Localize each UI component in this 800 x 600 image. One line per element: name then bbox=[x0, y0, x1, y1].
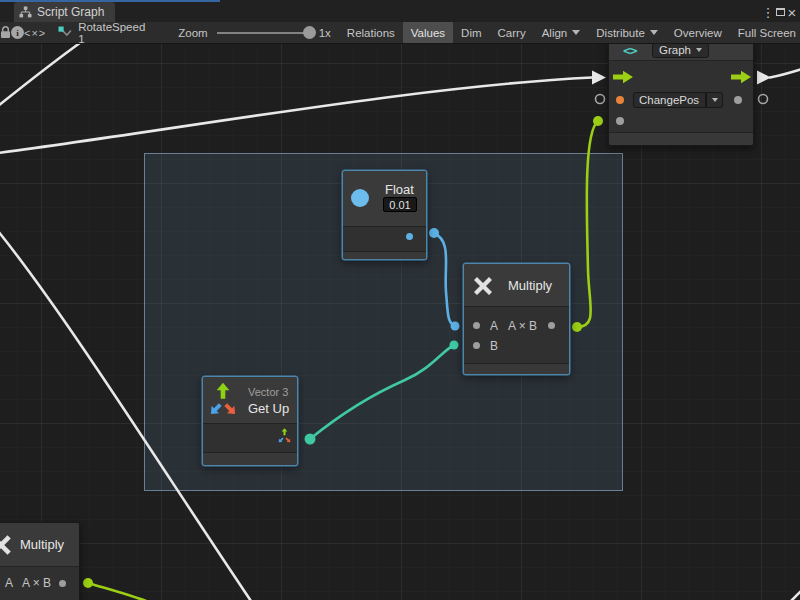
flow-input-arrow-icon[interactable] bbox=[613, 70, 634, 84]
code-icon: <×> bbox=[24, 27, 46, 39]
toolbar-button-dim[interactable]: Dim bbox=[453, 22, 489, 43]
toolbar-button-align[interactable]: Align bbox=[534, 22, 589, 43]
multiply-output-port[interactable] bbox=[548, 322, 555, 329]
chevron-down-icon bbox=[650, 30, 658, 35]
zoom-control: Zoom 1x bbox=[178, 22, 331, 43]
unconnected-port-circle[interactable] bbox=[759, 95, 768, 104]
changepos-selector-label: ChangePos bbox=[639, 94, 699, 106]
value-wire-multiply2-out[interactable] bbox=[88, 583, 146, 600]
changepos-selector-field[interactable]: ChangePos bbox=[633, 92, 706, 108]
event-output-port[interactable] bbox=[734, 96, 742, 104]
info-button[interactable]: i bbox=[11, 22, 24, 43]
toolbar-button-distribute[interactable]: Distribute bbox=[588, 22, 666, 43]
multiply-node-footer bbox=[464, 363, 569, 374]
wire-knob[interactable] bbox=[83, 578, 93, 588]
float-node-footer bbox=[343, 251, 426, 259]
graph-canvas[interactable]: <> Graph ChangePos bbox=[0, 0, 800, 600]
toolbar-button-overview[interactable]: Overview bbox=[666, 22, 730, 43]
wire-white-corner-fragment[interactable] bbox=[791, 591, 800, 600]
window-menu-icon[interactable]: ⋮ bbox=[762, 2, 774, 22]
graph-dropdown-label: Graph bbox=[659, 44, 691, 56]
graph-toolbar: i <×> RotateSpeed 1 Zoom 1x Relations Va… bbox=[0, 22, 800, 44]
vector3-node-header[interactable]: Vector 3 Get Up bbox=[203, 377, 297, 424]
multiply2-input-a-label: A bbox=[5, 576, 13, 590]
event-node-changepos[interactable]: <> Graph ChangePos bbox=[608, 39, 754, 146]
multiply-output-label: A × B bbox=[508, 319, 537, 333]
tab-script-graph[interactable]: Script Graph bbox=[14, 2, 115, 22]
graph-asset-icon bbox=[58, 26, 72, 39]
toolbar-button-full-screen[interactable]: Full Screen bbox=[730, 22, 800, 43]
vector3-axes-icon bbox=[208, 382, 238, 420]
multiply-input-a-label: A bbox=[490, 319, 498, 333]
event-input-port-orange[interactable] bbox=[616, 96, 624, 104]
toolbar-button-relations[interactable]: Relations bbox=[339, 22, 403, 43]
multiply-input-b-port[interactable] bbox=[473, 342, 480, 349]
float-node-title: Float bbox=[385, 182, 414, 197]
flow-wire-into-event[interactable] bbox=[0, 78, 592, 154]
graph-breadcrumb[interactable]: RotateSpeed 1 bbox=[46, 22, 164, 43]
close-icon[interactable]: × bbox=[786, 2, 798, 22]
multiply2-output-port[interactable] bbox=[59, 580, 66, 587]
unity-script-graph-window: <> Graph ChangePos bbox=[0, 0, 800, 600]
zoom-label: Zoom bbox=[178, 27, 207, 39]
toolbar-button-values[interactable]: Values bbox=[403, 22, 453, 43]
flow-input-knob[interactable] bbox=[592, 71, 606, 85]
chevron-down-icon bbox=[572, 30, 580, 35]
multiply-input-b-label: B bbox=[490, 339, 498, 353]
vector3-getup-node[interactable]: Vector 3 Get Up bbox=[202, 376, 298, 466]
flow-output-arrow-icon[interactable] bbox=[731, 70, 752, 84]
maximize-icon[interactable] bbox=[774, 2, 786, 22]
flow-wire-out-of-event[interactable] bbox=[770, 69, 800, 78]
event-node-footer bbox=[609, 132, 753, 145]
vector3-node-title: Get Up bbox=[248, 401, 289, 416]
event-input-port-2[interactable] bbox=[616, 117, 624, 125]
zoom-value: 1x bbox=[319, 27, 331, 39]
changepos-dropdown-button[interactable] bbox=[706, 92, 723, 108]
chevron-down-icon bbox=[696, 48, 702, 52]
float-value: 0.01 bbox=[389, 199, 410, 211]
vector3-output-port-icon[interactable] bbox=[276, 428, 293, 445]
graph-dropdown-button[interactable]: Graph bbox=[652, 43, 709, 58]
chevron-down-icon bbox=[712, 98, 718, 102]
script-graph-icon bbox=[19, 6, 32, 18]
multiply-icon bbox=[0, 532, 14, 558]
float-node[interactable]: Float 0.01 bbox=[342, 170, 427, 260]
wire-knob[interactable] bbox=[593, 116, 603, 126]
lock-button[interactable] bbox=[0, 22, 11, 43]
zoom-slider-thumb[interactable] bbox=[303, 26, 316, 39]
code-view-button[interactable]: <×> bbox=[24, 22, 46, 43]
maximize-glyph bbox=[776, 8, 785, 16]
vector3-node-footer bbox=[203, 452, 297, 465]
info-icon: i bbox=[11, 26, 24, 39]
float-node-header[interactable]: Float 0.01 bbox=[343, 171, 426, 227]
multiply-node-title: Multiply bbox=[508, 278, 552, 293]
multiply2-node-header[interactable]: Multiply bbox=[0, 523, 79, 567]
flow-output-knob[interactable] bbox=[757, 71, 771, 85]
lock-icon bbox=[0, 26, 11, 39]
multiply-node[interactable]: Multiply A A × B B bbox=[463, 263, 570, 375]
graph-breadcrumb-label: RotateSpeed 1 bbox=[78, 21, 154, 45]
multiply-icon bbox=[471, 274, 495, 298]
multiply-node-header[interactable]: Multiply bbox=[464, 264, 569, 307]
multiply-node-2[interactable]: Multiply A A × B bbox=[0, 522, 80, 600]
float-value-input[interactable]: 0.01 bbox=[383, 197, 417, 212]
zoom-slider[interactable] bbox=[217, 32, 313, 34]
toolbar-button-carry[interactable]: Carry bbox=[490, 22, 534, 43]
vector3-type-label: Vector 3 bbox=[248, 386, 288, 398]
multiply2-node-title: Multiply bbox=[20, 537, 64, 552]
float-icon bbox=[351, 189, 369, 207]
wire-white-upper-left[interactable] bbox=[0, 40, 84, 106]
window-controls: ⋮ × bbox=[762, 2, 798, 22]
multiply2-output-label: A × B bbox=[22, 576, 51, 590]
graph-chevrons-icon: <> bbox=[623, 43, 637, 58]
tab-title: Script Graph bbox=[37, 5, 104, 19]
unconnected-port-circle[interactable] bbox=[596, 95, 605, 104]
float-output-port[interactable] bbox=[406, 233, 413, 240]
title-bar: Script Graph ⋮ × bbox=[0, 0, 800, 22]
multiply-input-a-port[interactable] bbox=[473, 322, 480, 329]
